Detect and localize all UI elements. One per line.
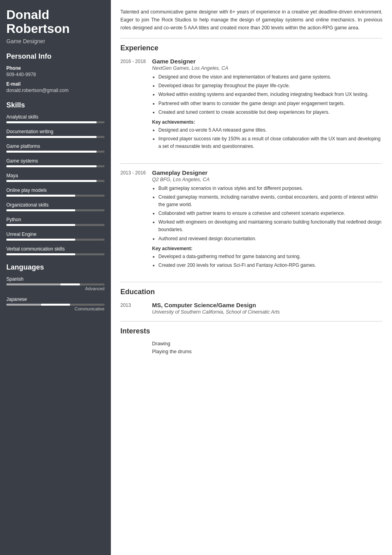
language-bar-base	[6, 283, 60, 285]
skill-bar	[6, 180, 105, 182]
achievement-item: Created over 200 levels for various Sci-…	[158, 262, 382, 269]
edu-school: University of Southern California, Schoo…	[152, 309, 382, 315]
email-label: E-mail	[6, 81, 105, 87]
language-item: Japanese Communicative	[6, 297, 105, 311]
skill-name: Unreal Engine	[6, 232, 105, 237]
skill-item: Maya	[6, 173, 105, 182]
skill-name: Verbal communication skills	[6, 246, 105, 252]
exp-divider	[120, 163, 382, 164]
achievement-item: Improved player success rate by 150% as …	[158, 135, 382, 150]
skill-bar	[6, 224, 105, 226]
interest-item: Drawing	[152, 341, 382, 346]
interests-heading: Interests	[120, 327, 382, 335]
skill-item: Analytical skills	[6, 114, 105, 123]
skill-bar	[6, 239, 105, 241]
experience-item: 2013 - 2016 Gameplay Designer Q2 BFG, Lo…	[120, 169, 382, 273]
skill-item: Online play models	[6, 188, 105, 197]
skill-item: Python	[6, 217, 105, 226]
experience-list: 2016 - 2018 Game Designer NextGen Games,…	[120, 58, 382, 272]
skill-bar	[6, 253, 105, 255]
edu-content: MS, Computer Science/Game Design Univers…	[152, 302, 382, 315]
skill-bar-fill	[6, 253, 75, 255]
key-achievements-label: Key achievements:	[152, 119, 382, 125]
bullet-item: Worked with engineers on developing and …	[158, 218, 382, 233]
skill-name: Game platforms	[6, 144, 105, 149]
skill-bar	[6, 195, 105, 197]
skill-bar-fill	[6, 136, 97, 138]
language-name: Spanish	[6, 276, 105, 282]
experience-heading: Experience	[120, 44, 382, 52]
skill-name: Analytical skills	[6, 114, 105, 120]
phone-label: Phone	[6, 65, 105, 71]
skill-bar	[6, 151, 105, 153]
skill-bar	[6, 165, 105, 167]
skills-heading: Skills	[6, 101, 105, 109]
interests-divider	[120, 321, 382, 322]
first-name: Donald	[6, 8, 49, 22]
skills-list: Analytical skills Documentation writing …	[6, 114, 105, 255]
skill-bar-fill	[6, 195, 75, 197]
skill-bar-fill	[6, 151, 97, 153]
bullet-item: Collaborated with partner teams to ensur…	[158, 210, 382, 217]
bullet-item: Developed ideas for gameplay throughout …	[158, 82, 382, 90]
summary-divider	[120, 38, 382, 38]
skill-item: Unreal Engine	[6, 232, 105, 241]
interests-list: DrawingPlaying the drums	[120, 341, 382, 354]
edu-degree: MS, Computer Science/Game Design	[152, 302, 382, 308]
achievement-item: Developed a data-gathering method for ga…	[158, 253, 382, 260]
exp-bullets: Built gameplay scenarios in various styl…	[152, 185, 382, 243]
bullet-item: Built gameplay scenarios in various styl…	[158, 185, 382, 192]
key-achievements-label: Key achievement:	[152, 246, 382, 251]
language-bar-accent	[41, 304, 70, 306]
candidate-title: Game Designer	[6, 38, 105, 44]
language-level: Advanced	[6, 286, 105, 291]
sidebar: Donald Robertson Game Designer Personal …	[0, 0, 111, 555]
main-content: Talented and communicative game designer…	[111, 0, 392, 555]
skill-name: Online play models	[6, 188, 105, 193]
skill-name: Maya	[6, 173, 105, 178]
bullet-item: Designed and drove the vision and implem…	[158, 73, 382, 81]
exp-title: Game Designer	[152, 58, 382, 65]
bullet-item: Authored and reviewed design documentati…	[158, 235, 382, 243]
skill-bar-fill	[6, 121, 97, 123]
exp-content: Game Designer NextGen Games, Los Angeles…	[152, 58, 382, 154]
exp-achievements: Designed and co-wrote 5 AAA released gam…	[152, 126, 382, 151]
exp-achievements: Developed a data-gathering method for ga…	[152, 253, 382, 269]
language-item: Spanish Advanced	[6, 276, 105, 291]
skill-item: Organizational skills	[6, 202, 105, 211]
languages-list: Spanish Advanced Japanese Communicative	[6, 276, 105, 311]
exp-company: NextGen Games, Los Angeles, CA	[152, 65, 382, 71]
exp-company: Q2 BFG, Los Angeles, CA	[152, 177, 382, 182]
skill-bar-fill	[6, 209, 75, 211]
skill-name: Documentation writing	[6, 129, 105, 134]
skill-bar	[6, 121, 105, 123]
candidate-name: Donald Robertson	[6, 8, 105, 36]
education-item: 2013 MS, Computer Science/Game Design Un…	[120, 302, 382, 315]
language-bar-base	[6, 304, 41, 306]
skill-item: Verbal communication skills	[6, 246, 105, 255]
languages-heading: Languages	[6, 263, 105, 272]
language-level: Communicative	[6, 306, 105, 311]
summary-text: Talented and communicative game designer…	[120, 8, 382, 32]
skill-item: Game platforms	[6, 144, 105, 153]
phone-value: 609-440-9978	[6, 72, 105, 77]
interest-item: Playing the drums	[152, 349, 382, 354]
skill-item: Documentation writing	[6, 129, 105, 138]
language-bar	[6, 283, 105, 285]
exp-title: Gameplay Designer	[152, 169, 382, 176]
personal-info-heading: Personal Info	[6, 52, 105, 61]
exp-content: Gameplay Designer Q2 BFG, Los Angeles, C…	[152, 169, 382, 273]
skill-bar	[6, 209, 105, 211]
edu-date: 2013	[120, 302, 152, 315]
skill-name: Game systems	[6, 158, 105, 164]
skill-bar	[6, 136, 105, 138]
skill-bar-fill	[6, 239, 75, 241]
skill-item: Game systems	[6, 158, 105, 167]
achievement-item: Designed and co-wrote 5 AAA released gam…	[158, 126, 382, 134]
education-list: 2013 MS, Computer Science/Game Design Un…	[120, 302, 382, 315]
skill-bar-fill	[6, 224, 75, 226]
education-divider	[120, 282, 382, 282]
exp-date: 2013 - 2016	[120, 169, 152, 273]
language-bar-accent	[60, 283, 80, 285]
language-bar	[6, 304, 105, 306]
